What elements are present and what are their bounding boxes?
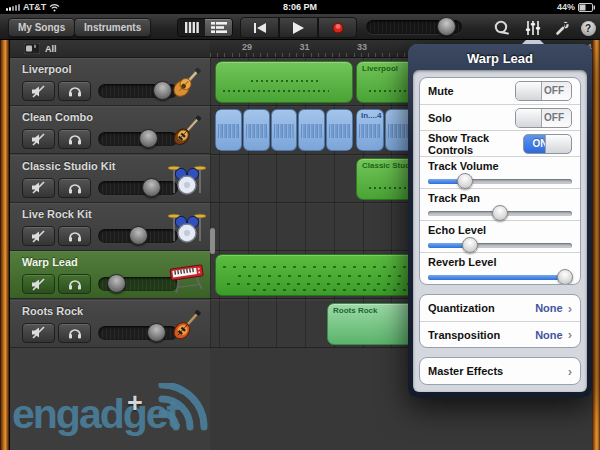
toolbar: My Songs Instruments bbox=[0, 14, 600, 40]
tracks-icon bbox=[24, 43, 40, 54]
track-name-label: Warp Lead bbox=[22, 256, 78, 268]
headphones-icon bbox=[68, 182, 82, 194]
play-icon bbox=[293, 22, 304, 34]
track-volume-slider[interactable] bbox=[98, 181, 178, 195]
transposition-row[interactable]: TranspositionNone› bbox=[420, 321, 580, 347]
track-headphones-button[interactable] bbox=[58, 81, 91, 101]
help-button[interactable]: ? bbox=[579, 19, 597, 37]
audio-segment bbox=[326, 109, 353, 151]
all-label: All bbox=[45, 44, 57, 54]
slider-label: Reverb Level bbox=[428, 256, 572, 268]
waveform bbox=[359, 124, 381, 138]
track-volume-slider[interactable] bbox=[98, 132, 178, 146]
popover-body: MuteOFFSoloOFFShow Track ControlsONTrack… bbox=[413, 70, 587, 392]
record-button[interactable] bbox=[318, 17, 357, 38]
track-mute-button[interactable] bbox=[22, 81, 55, 101]
play-button[interactable] bbox=[279, 17, 318, 38]
slider-knob[interactable] bbox=[557, 269, 573, 285]
wood-edge-right bbox=[592, 40, 600, 450]
show-track-controls-toggle[interactable]: ON bbox=[523, 134, 573, 154]
track-headphones-button[interactable] bbox=[58, 129, 91, 149]
battery-percent-label: 44% bbox=[557, 2, 575, 12]
track-row[interactable]: Classic Studio Kit bbox=[10, 155, 210, 203]
menu-value: None› bbox=[535, 302, 572, 315]
reverb-level-slider[interactable] bbox=[428, 269, 572, 285]
loop-browser-button[interactable] bbox=[492, 19, 510, 37]
master-volume-slider[interactable] bbox=[366, 20, 462, 34]
waveform bbox=[246, 124, 267, 138]
switch-label: Mute bbox=[428, 85, 454, 97]
garageband-screen: AT&T 8:06 PM 44% My Songs Instruments bbox=[0, 0, 600, 450]
note-dots bbox=[251, 80, 319, 82]
battery-icon bbox=[578, 3, 595, 12]
master-volume-knob[interactable] bbox=[437, 17, 456, 36]
track-volume-knob[interactable] bbox=[129, 226, 148, 245]
slider-knob[interactable] bbox=[492, 205, 508, 221]
mute-toggle[interactable]: OFF bbox=[515, 81, 572, 101]
chevron-right-icon: › bbox=[568, 302, 572, 315]
piano-view-button[interactable] bbox=[178, 19, 205, 36]
master-effects-row[interactable]: Master Effects› bbox=[420, 358, 580, 384]
audio-segment bbox=[243, 109, 270, 151]
track-headphones-button[interactable] bbox=[58, 274, 91, 294]
mute-icon bbox=[31, 230, 46, 243]
track-volume-slider[interactable] bbox=[428, 173, 572, 189]
track-volume-knob[interactable] bbox=[139, 129, 158, 148]
track-mute-button[interactable] bbox=[22, 323, 55, 343]
slider-label: Track Volume bbox=[428, 160, 572, 172]
add-track-button[interactable]: + bbox=[120, 388, 150, 418]
track-mute-button[interactable] bbox=[22, 226, 55, 246]
region-audio-blue[interactable] bbox=[215, 109, 353, 151]
instruments-button[interactable]: Instruments bbox=[74, 18, 151, 37]
track-volume-slider[interactable] bbox=[98, 84, 178, 98]
quantization-row[interactable]: QuantizationNone› bbox=[420, 295, 580, 321]
electric-guitar-icon bbox=[168, 304, 206, 344]
track-mute-button[interactable] bbox=[22, 178, 55, 198]
slider-knob[interactable] bbox=[457, 173, 473, 189]
record-icon bbox=[332, 22, 344, 34]
track-volume-knob[interactable] bbox=[142, 178, 161, 197]
settings-button[interactable] bbox=[554, 19, 572, 37]
region-midi-green[interactable] bbox=[215, 61, 353, 103]
drum-kit-icon bbox=[168, 207, 206, 247]
track-list-icon bbox=[211, 22, 227, 33]
slider-knob[interactable] bbox=[462, 237, 478, 253]
vertical-scrollbar[interactable] bbox=[210, 228, 215, 254]
mute-icon bbox=[31, 326, 46, 339]
headphones-icon bbox=[68, 85, 82, 97]
track-mute-button[interactable] bbox=[22, 274, 55, 294]
piano-keys-icon bbox=[185, 22, 199, 33]
ruler-bar-number: 29 bbox=[242, 42, 252, 52]
track-headphones-button[interactable] bbox=[58, 178, 91, 198]
mute-icon bbox=[31, 85, 46, 98]
track-volume-knob[interactable] bbox=[107, 274, 126, 293]
track-header-panel: All LiverpoolClean ComboClassic Studio K… bbox=[10, 40, 210, 450]
track-volume-slider[interactable] bbox=[98, 277, 178, 291]
popover-title: Warp Lead bbox=[413, 49, 587, 70]
my-songs-button[interactable]: My Songs bbox=[8, 18, 75, 37]
track-pan-slider[interactable] bbox=[428, 205, 572, 221]
track-name-label: Roots Rock bbox=[22, 305, 83, 317]
solo-toggle[interactable]: OFF bbox=[515, 108, 572, 128]
track-headphones-button[interactable] bbox=[58, 226, 91, 246]
track-name-label: Clean Combo bbox=[22, 111, 93, 123]
track-settings-button[interactable] bbox=[524, 19, 542, 37]
track-row[interactable]: Live Rock Kit bbox=[10, 203, 210, 251]
rewind-button[interactable] bbox=[240, 17, 279, 38]
track-headphones-button[interactable] bbox=[58, 323, 91, 343]
track-name-label: Classic Studio Kit bbox=[22, 160, 116, 172]
echo-level-slider[interactable] bbox=[428, 237, 572, 253]
track-mute-button[interactable] bbox=[22, 129, 55, 149]
track-row[interactable]: Roots Rock bbox=[10, 300, 210, 348]
track-volume-knob[interactable] bbox=[147, 323, 166, 342]
tracks-view-button[interactable] bbox=[205, 19, 232, 36]
popover-slider-row: Track Pan bbox=[420, 188, 580, 220]
mixer-all-button[interactable]: All bbox=[10, 40, 210, 58]
ruler-bar-number: 31 bbox=[299, 42, 309, 52]
track-volume-slider[interactable] bbox=[98, 326, 178, 340]
slider-fill bbox=[428, 275, 565, 280]
track-row[interactable]: Liverpool bbox=[10, 58, 210, 106]
track-row[interactable]: Clean Combo bbox=[10, 106, 210, 154]
track-volume-slider[interactable] bbox=[98, 229, 178, 243]
track-row[interactable]: Warp Lead bbox=[10, 251, 210, 299]
